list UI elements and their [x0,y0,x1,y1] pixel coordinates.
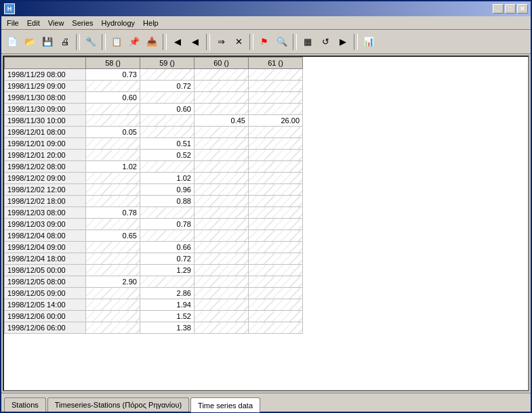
tab-stations[interactable]: Stations [4,397,46,412]
cell-col-1: 0.60 [86,92,140,104]
cell-date: 1998/12/02 12:00 [5,184,86,196]
export-button[interactable]: 📊 [361,34,377,50]
open-button[interactable]: 📂 [22,34,38,50]
table-row: 1998/12/02 08:001.02 [5,161,303,173]
cell-date: 1998/12/02 18:00 [5,196,86,207]
cell-col-4 [249,207,303,219]
table-row: 1998/12/02 18:000.88 [5,196,303,207]
print-button[interactable]: 🖨 [57,34,73,50]
flag-button[interactable]: ⚑ [256,34,272,50]
cell-col-4 [249,127,303,138]
tab-timeseries-stations[interactable]: Timeseries-Stations (Πόρος Ρηγανίου) [47,397,189,412]
cell-col-1: 1.02 [86,161,140,173]
cell-col-3 [195,138,249,150]
cell-col-2 [140,276,195,288]
title-bar: H _ □ ✕ [1,1,531,16]
menu-edit[interactable]: Edit [23,18,44,28]
menu-view[interactable]: View [44,18,68,28]
cell-date: 1998/12/04 18:00 [5,253,86,265]
cell-col-2: 0.78 [140,219,195,230]
minimize-button[interactable]: _ [493,4,504,14]
cell-date: 1998/12/06 00:00 [5,311,86,322]
app-icon: H [4,3,15,14]
table-row: 1998/12/04 08:000.65 [5,230,303,242]
cell-col-2: 1.02 [140,173,195,184]
cell-col-1 [86,288,140,299]
forward-button[interactable]: ◀ [187,34,203,50]
cell-col-4 [249,311,303,322]
table-row: 1998/12/01 08:000.05 [5,127,303,138]
cell-col-3 [195,242,249,253]
cell-col-2: 0.60 [140,104,195,115]
table-row: 1998/12/02 12:000.96 [5,184,303,196]
back-button[interactable]: ◀ [169,34,186,50]
menu-bar: File Edit View Series Hydrology Help [1,16,531,30]
menu-series[interactable]: Series [68,18,97,28]
new-button[interactable]: 📄 [4,34,20,50]
paste-button[interactable]: 📌 [126,34,142,50]
cell-col-3 [195,288,249,299]
cell-col-1 [86,311,140,322]
menu-help[interactable]: Help [139,18,163,28]
cell-col-3 [195,311,249,322]
forward2-button[interactable]: ▶ [335,34,351,50]
grid-button[interactable]: ▦ [300,34,316,50]
table-row: 1998/12/01 09:000.51 [5,138,303,150]
import-button[interactable]: ⇒ [213,34,229,50]
cell-col-3 [195,81,249,92]
data-table: 58 () 59 () 60 () 61 () 1998/11/29 08:00… [4,57,303,334]
table-row: 1998/11/30 10:000.4526.00 [5,115,303,127]
cell-col-4 [249,276,303,288]
cell-col-3 [195,322,249,334]
cell-date: 1998/11/29 09:00 [5,81,86,92]
sep5 [249,34,253,50]
clipboard-down-button[interactable]: 📥 [144,34,160,50]
cell-col-4 [249,322,303,334]
close-button[interactable]: ✕ [517,4,528,14]
cell-col-1 [86,81,140,92]
zoom-button[interactable]: 🔍 [274,34,290,50]
menu-hydrology[interactable]: Hydrology [98,18,140,28]
table-scroll[interactable]: 58 () 59 () 60 () 61 () 1998/11/29 08:00… [4,57,528,390]
properties-button[interactable]: 🔧 [83,34,99,50]
cell-col-4 [249,81,303,92]
cell-col-1 [86,299,140,311]
delete-button[interactable]: ✕ [230,34,247,50]
cell-col-2: 0.72 [140,253,195,265]
table-row: 1998/12/05 09:002.86 [5,288,303,299]
save-button[interactable]: 💾 [39,34,56,50]
cell-col-3 [195,230,249,242]
cell-date: 1998/12/02 09:00 [5,173,86,184]
table-row: 1998/11/30 08:000.60 [5,92,303,104]
cell-col-4 [249,104,303,115]
cell-col-4 [249,253,303,265]
table-row: 1998/12/03 09:000.78 [5,219,303,230]
cell-col-2: 2.86 [140,288,195,299]
cell-col-3 [195,104,249,115]
cell-date: 1998/11/30 09:00 [5,104,86,115]
tab-time-series-data[interactable]: Time series data [190,397,260,412]
cell-col-2: 1.94 [140,299,195,311]
cell-col-1: 2.90 [86,276,140,288]
cell-col-2: 0.51 [140,138,195,150]
cell-col-1 [86,150,140,161]
cell-col-3 [195,253,249,265]
cell-col-2 [140,161,195,173]
table-container[interactable]: 58 () 59 () 60 () 61 () 1998/11/29 08:00… [3,56,529,391]
cell-col-1 [86,322,140,334]
cell-date: 1998/12/05 00:00 [5,265,86,276]
cell-col-4 [249,92,303,104]
cell-col-2: 1.52 [140,311,195,322]
copy-button[interactable]: 📋 [108,34,125,50]
cell-date: 1998/12/05 08:00 [5,276,86,288]
maximize-button[interactable]: □ [505,4,516,14]
sep1 [76,34,80,50]
cell-col-1 [86,265,140,276]
refresh-button[interactable]: ↺ [317,34,333,50]
col-header-59: 59 () [140,58,195,69]
menu-file[interactable]: File [3,18,23,28]
cell-col-4 [249,173,303,184]
sep3 [163,34,167,50]
table-row: 1998/12/03 08:000.78 [5,207,303,219]
cell-col-2: 0.96 [140,184,195,196]
